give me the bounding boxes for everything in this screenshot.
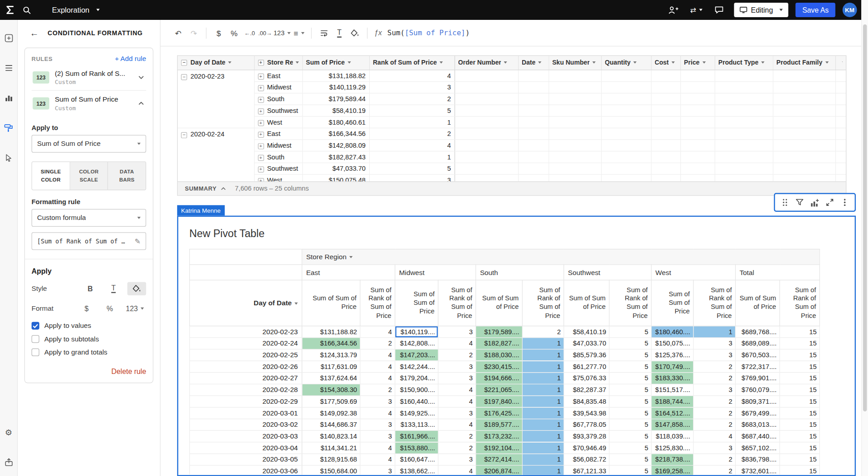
empty-cell[interactable] (548, 140, 601, 151)
sum-of-price-cell[interactable]: $179,589.44 (302, 93, 369, 105)
redo-icon[interactable]: ↷ (187, 26, 201, 40)
empty-cell[interactable] (548, 93, 601, 105)
column-header-day-of-date[interactable]: −Day of Date (178, 56, 254, 70)
pivot-value-cell[interactable]: $118,039.... (651, 430, 693, 442)
pivot-value-cell[interactable]: 5 (609, 349, 651, 361)
pivot-date-cell[interactable]: 2020-03-01 (189, 407, 302, 419)
pivot-value-cell[interactable]: $183,330.... (651, 373, 693, 384)
pivot-value-cell[interactable]: $147,203.... (395, 349, 439, 361)
pivot-value-cell[interactable]: 1 (522, 407, 564, 419)
pivot-value-cell[interactable]: $82,287.37 (564, 384, 609, 396)
pivot-value-cell[interactable]: $85,579.36 (564, 349, 609, 361)
pivot-value-cell[interactable]: $732,601.... (736, 465, 780, 476)
expand-group-icon[interactable]: + (258, 97, 264, 103)
rank-cell[interactable]: 3 (369, 81, 455, 93)
empty-cell[interactable] (651, 151, 680, 163)
pivot-value-cell[interactable]: 15 (780, 396, 820, 407)
delete-rule-button[interactable]: Delete rule (111, 367, 146, 375)
expand-group-icon[interactable]: + (258, 166, 264, 172)
empty-cell[interactable] (454, 116, 518, 128)
empty-cell[interactable] (715, 151, 773, 163)
empty-cell[interactable] (548, 163, 601, 174)
pivot-row-dimension-header[interactable]: Day of Date (189, 280, 302, 326)
empty-cell[interactable] (601, 104, 651, 116)
pivot-value-cell[interactable]: $147,858.... (651, 419, 693, 431)
pivot-value-cell[interactable]: $124,313.79 (302, 349, 360, 361)
empty-cell[interactable] (548, 104, 601, 116)
expand-group-icon[interactable]: + (258, 85, 264, 91)
empty-cell[interactable] (454, 70, 518, 81)
pivot-value-cell[interactable]: $170,749.... (651, 361, 693, 373)
pivot-date-cell[interactable]: 2020-02-26 (189, 361, 302, 373)
empty-cell[interactable] (773, 140, 835, 151)
pivot-value-cell[interactable]: $70,946.49 (564, 442, 609, 454)
empty-cell[interactable] (651, 163, 680, 174)
pivot-value-cell[interactable]: $769,901.... (736, 373, 780, 384)
empty-cell[interactable] (773, 70, 835, 81)
pivot-value-cell[interactable]: $179,204.... (395, 373, 439, 384)
pivot-value-cell[interactable]: 1 (522, 338, 564, 350)
empty-cell[interactable] (773, 104, 835, 116)
pivot-value-cell[interactable]: $683,013.... (736, 419, 780, 431)
comments-icon[interactable] (711, 2, 726, 18)
pivot-value-cell[interactable]: 2 (522, 326, 564, 338)
pivot-value-cell[interactable]: 2 (438, 442, 476, 454)
column-menu-icon[interactable] (439, 61, 443, 64)
pivot-value-cell[interactable]: 2 (360, 384, 395, 396)
pivot-value-cell[interactable]: $689,089.... (736, 338, 780, 350)
pivot-value-cell[interactable]: 4 (438, 384, 476, 396)
rule-item-expanded[interactable]: 123 Sum of Sum of Price Custom (32, 91, 146, 116)
pivot-value-cell[interactable]: 3 (693, 349, 736, 361)
column-menu-icon[interactable] (633, 61, 637, 64)
pivot-value-cell[interactable]: $39,543.98 (564, 407, 609, 419)
pivot-value-cell[interactable]: 5 (609, 407, 651, 419)
pivot-value-cell[interactable]: $140,823.14 (302, 430, 360, 442)
pivot-value-cell[interactable]: $160,647.... (395, 454, 439, 466)
pivot-value-cell[interactable]: $670,503.... (736, 349, 780, 361)
invite-user-icon[interactable] (666, 2, 681, 18)
empty-cell[interactable] (680, 116, 715, 128)
pivot-value-cell[interactable]: 4 (360, 361, 395, 373)
pivot-region-header-west[interactable]: West (651, 265, 736, 280)
empty-cell[interactable] (601, 140, 651, 151)
pivot-value-cell[interactable]: 15 (780, 326, 820, 338)
tab-color-scale[interactable]: COLOR SCALE (70, 162, 108, 190)
pivot-value-cell[interactable]: $142,808.... (395, 338, 439, 350)
chevron-down-icon[interactable] (349, 256, 353, 258)
empty-cell[interactable] (835, 116, 846, 128)
empty-cell[interactable] (651, 93, 680, 105)
expand-group-icon[interactable]: + (258, 143, 264, 149)
pivot-value-cell[interactable]: $128,915.68 (302, 454, 360, 466)
pivot-value-cell[interactable]: $140,119.... (395, 326, 439, 338)
page-scrollbar[interactable] (861, 0, 868, 476)
tab-data-bars[interactable]: DATA BARS (108, 162, 146, 190)
bold-button[interactable]: B (81, 282, 100, 295)
pivot-value-cell[interactable]: $154,308.30 (302, 384, 360, 396)
empty-cell[interactable] (518, 140, 548, 151)
pivot-value-cell[interactable]: $114,341.21 (302, 442, 360, 454)
empty-cell[interactable] (680, 151, 715, 163)
pivot-value-cell[interactable]: $188,030.... (476, 349, 522, 361)
measure-header-sum-midwest[interactable]: Sum of Sum of Price (395, 280, 439, 326)
formula-bar[interactable]: Sum([Sum of Price]) (387, 29, 470, 37)
empty-cell[interactable] (680, 140, 715, 151)
pivot-date-cell[interactable]: 2020-02-28 (189, 384, 302, 396)
pivot-value-cell[interactable]: $194,666.... (476, 373, 522, 384)
pivot-date-cell[interactable]: 2020-02-27 (189, 373, 302, 384)
column-header-order-number[interactable]: Order Number (454, 56, 518, 70)
empty-cell[interactable] (773, 163, 835, 174)
pivot-value-cell[interactable]: $125,376.... (651, 349, 693, 361)
collapse-group-icon[interactable]: − (181, 74, 187, 79)
export-icon[interactable] (4, 457, 14, 467)
pivot-value-cell[interactable]: $131,188.82 (302, 326, 360, 338)
column-header-price[interactable]: Price (680, 56, 715, 70)
pivot-value-cell[interactable]: $218,738.... (651, 454, 693, 466)
pivot-date-cell[interactable]: 2020-03-05 (189, 454, 302, 466)
pivot-value-cell[interactable]: 5 (609, 419, 651, 431)
percent-format-button[interactable]: % (227, 26, 241, 40)
region-cell[interactable]: +South (254, 151, 302, 163)
pivot-value-cell[interactable]: 1 (522, 430, 564, 442)
empty-cell[interactable] (835, 104, 846, 116)
pivot-date-cell[interactable]: 2020-03-02 (189, 419, 302, 431)
empty-cell[interactable] (548, 116, 601, 128)
